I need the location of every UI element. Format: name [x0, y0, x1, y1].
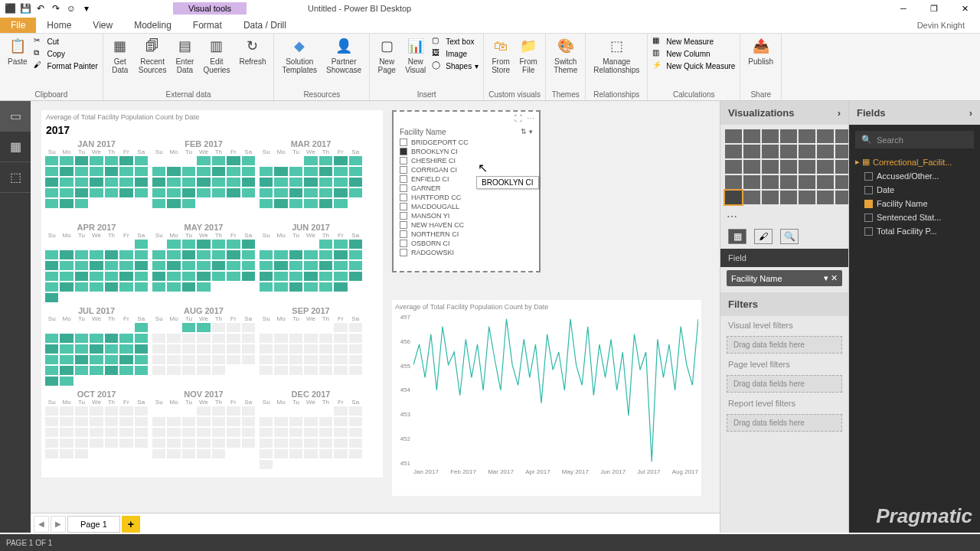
plf-dropzone[interactable]: Drag data fields here — [727, 375, 842, 393]
format-tab-icon[interactable]: 🖌 — [754, 229, 773, 244]
tab-view[interactable]: View — [82, 18, 123, 33]
minimize-button[interactable]: ─ — [896, 4, 911, 14]
viz-type-icon[interactable] — [743, 145, 760, 158]
viz-type-icon[interactable] — [743, 160, 760, 174]
fields-tab-icon[interactable]: ▦ — [728, 229, 746, 244]
partner-showcase-button[interactable]: 👤Partner Showcase — [323, 36, 364, 76]
viz-type-icon[interactable] — [799, 191, 815, 204]
save-icon[interactable]: 💾 — [20, 3, 31, 14]
redo-icon[interactable]: ↷ — [51, 3, 61, 14]
publish-button[interactable]: 📤Publish — [745, 36, 776, 67]
collapse-icon[interactable]: › — [838, 107, 841, 119]
viz-type-icon[interactable] — [799, 160, 815, 174]
refresh-button[interactable]: ↻Refresh — [236, 36, 269, 67]
new-page-button[interactable]: ▢New Page — [374, 36, 399, 76]
tab-datadrill[interactable]: Data / Drill — [233, 18, 297, 33]
viz-gallery[interactable] — [720, 125, 848, 209]
from-file-button[interactable]: 📁From File — [516, 36, 541, 76]
viz-type-icon[interactable] — [762, 145, 779, 158]
from-store-button[interactable]: 🛍From Store — [488, 36, 513, 76]
viz-type-icon[interactable] — [817, 160, 834, 174]
viz-type-icon[interactable] — [725, 191, 742, 204]
slicer-item[interactable]: MACDOUGALL — [400, 202, 533, 211]
slicer-item[interactable]: MANSON YI — [400, 211, 533, 220]
recent-sources-button[interactable]: 🗐Recent Sources — [136, 36, 170, 76]
viz-type-icon[interactable] — [725, 175, 742, 189]
viz-type-icon[interactable] — [743, 175, 760, 189]
maximize-button[interactable]: ❐ — [926, 4, 942, 14]
sort-icon[interactable]: ⇅ ▾ — [521, 128, 533, 135]
viz-type-icon[interactable] — [799, 145, 815, 158]
rlf-dropzone[interactable]: Drag data fields here — [727, 414, 842, 432]
add-page-button[interactable]: + — [122, 516, 140, 533]
copy-button[interactable]: ⧉Copy — [34, 48, 98, 59]
viz-type-icon[interactable] — [780, 191, 797, 204]
dropdown-icon[interactable]: ▾ — [81, 3, 92, 14]
collapse-fields-icon[interactable]: › — [969, 107, 972, 119]
more-visuals-icon[interactable]: ⋯ — [720, 209, 848, 224]
new-column-button[interactable]: ▥New Column — [652, 48, 735, 59]
field-entry[interactable]: Accused/Other... — [849, 169, 980, 183]
slicer-item[interactable]: CHESHIRE CI — [400, 156, 533, 165]
field-well[interactable]: Facility Name▾ ✕ — [727, 270, 842, 286]
tab-modeling[interactable]: Modeling — [123, 18, 182, 33]
slicer-list[interactable]: BRIDGEPORT CCBROOKLYN CICHESHIRE CICORRI… — [394, 138, 539, 257]
viz-type-icon[interactable] — [762, 129, 779, 143]
new-quick-measure-button[interactable]: ⚡New Quick Measure — [652, 60, 735, 71]
model-view-icon[interactable]: ⬚ — [0, 162, 31, 193]
slicer-item[interactable]: CORRIGAN CI — [400, 165, 533, 174]
slicer-item[interactable]: BRIDGEPORT CC — [400, 138, 533, 147]
slicer-item[interactable]: RADGOWSKI — [400, 248, 533, 257]
slicer-item[interactable]: HARTFORD CC — [400, 193, 533, 202]
viz-type-icon[interactable] — [743, 129, 760, 143]
new-measure-button[interactable]: ▦New Measure — [652, 36, 735, 47]
tab-format[interactable]: Format — [182, 18, 233, 33]
user-name[interactable]: Devin Knight — [917, 21, 980, 30]
report-canvas[interactable]: Average of Total Facility Population Cou… — [31, 101, 720, 533]
more-options-icon[interactable]: ⋯ — [527, 114, 534, 122]
new-visual-button[interactable]: 📊New Visual — [402, 36, 429, 76]
viz-type-icon[interactable] — [780, 175, 797, 189]
enter-data-button[interactable]: ▤Enter Data — [172, 36, 197, 76]
field-entry[interactable]: Total Facility P... — [849, 224, 980, 238]
report-view-icon[interactable]: ▭ — [0, 101, 31, 132]
viz-type-icon[interactable] — [799, 175, 815, 189]
line-chart-visual[interactable]: Average of Total Facility Population Cou… — [392, 300, 701, 496]
slicer-visual[interactable]: ⛶ ⋯ Facility Name⇅ ▾ BRIDGEPORT CCBROOKL… — [392, 110, 541, 272]
viz-type-icon[interactable] — [780, 129, 797, 143]
slicer-item[interactable]: NEW HAVEN CC — [400, 220, 533, 230]
prev-page-button[interactable]: ◀ — [34, 516, 49, 533]
viz-type-icon[interactable] — [817, 191, 834, 204]
viz-type-icon[interactable] — [725, 129, 742, 143]
field-entry[interactable]: Date — [849, 183, 980, 197]
manage-relationships-button[interactable]: ⬚Manage Relationships — [590, 36, 642, 76]
get-data-button[interactable]: ▦Get Data — [108, 36, 132, 76]
textbox-button[interactable]: ▢Text box — [432, 36, 479, 47]
viz-type-icon[interactable] — [799, 129, 815, 143]
viz-type-icon[interactable] — [762, 191, 779, 204]
format-painter-button[interactable]: 🖌Format Painter — [34, 60, 98, 71]
switch-theme-button[interactable]: 🎨Switch Theme — [550, 36, 580, 76]
viz-type-icon[interactable] — [817, 129, 834, 143]
data-view-icon[interactable]: ▦ — [0, 132, 31, 162]
viz-type-icon[interactable] — [725, 160, 742, 174]
slicer-item[interactable]: BROOKLYN CI — [400, 147, 533, 156]
calendar-visual[interactable]: Average of Total Facility Population Cou… — [41, 110, 383, 478]
file-tab[interactable]: File — [0, 18, 36, 33]
field-entry[interactable]: Facility Name — [849, 197, 980, 210]
cut-button[interactable]: ✂Cut — [34, 36, 98, 47]
vlf-dropzone[interactable]: Drag data fields here — [727, 336, 842, 354]
slicer-item[interactable]: OSBORN CI — [400, 239, 533, 248]
viz-type-icon[interactable] — [817, 145, 834, 158]
shapes-button[interactable]: ◯Shapes ▾ — [432, 60, 479, 71]
viz-type-icon[interactable] — [743, 191, 760, 204]
solution-templates-button[interactable]: ◆Solution Templates — [279, 36, 320, 76]
search-input[interactable]: 🔍 Search — [855, 131, 974, 148]
viz-type-icon[interactable] — [780, 160, 797, 174]
viz-type-icon[interactable] — [725, 145, 742, 158]
undo-icon[interactable]: ↶ — [35, 3, 46, 14]
viz-type-icon[interactable] — [817, 175, 834, 189]
table-entry[interactable]: ▸ ▦ Correctional_Facilit... — [849, 155, 980, 169]
slicer-item[interactable]: NORTHERN CI — [400, 230, 533, 239]
tab-home[interactable]: Home — [36, 18, 82, 33]
